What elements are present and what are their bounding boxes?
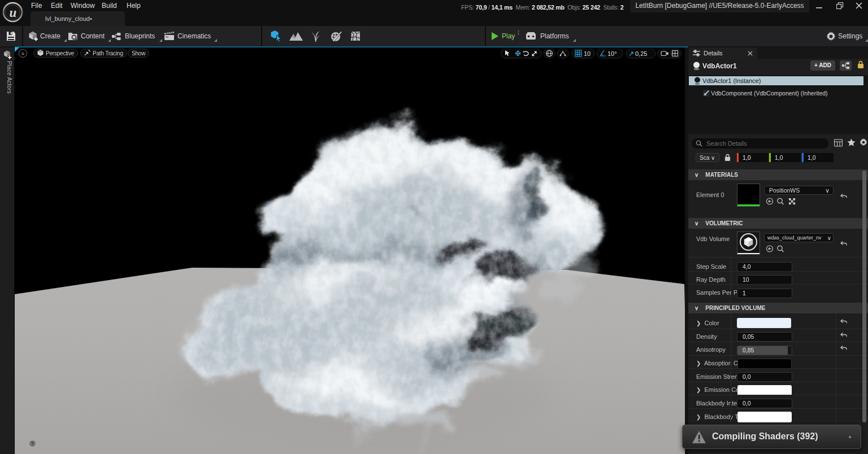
svg-text:10°: 10° — [607, 50, 617, 57]
svg-text:u: u — [10, 6, 17, 20]
svg-text:0,25: 0,25 — [635, 50, 647, 57]
svg-text:10: 10 — [584, 50, 591, 57]
